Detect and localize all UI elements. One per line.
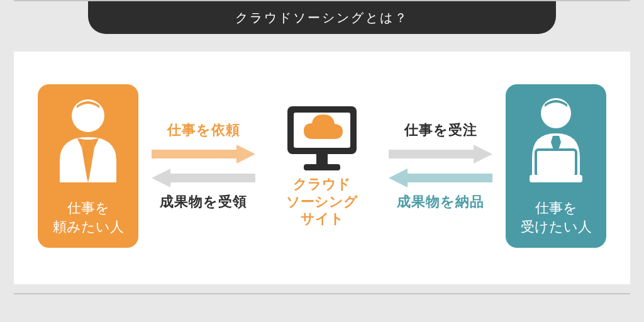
worker-box: 仕事を 受けたい人 bbox=[506, 84, 606, 248]
worker-label-line1: 仕事を bbox=[535, 200, 577, 216]
flow-receive-label: 成果物を受領 bbox=[160, 192, 247, 211]
flow-request-label: 仕事を依頼 bbox=[167, 121, 240, 140]
platform-block: クラウド ソーシング サイト bbox=[269, 104, 375, 228]
client-label-line1: 仕事を bbox=[67, 200, 109, 216]
worker-label-line2: 受けたい人 bbox=[521, 219, 592, 235]
worker-label: 仕事を 受けたい人 bbox=[521, 199, 592, 236]
platform-label: クラウド ソーシング サイト bbox=[286, 175, 358, 228]
svg-rect-6 bbox=[536, 150, 576, 176]
monitor-cloud-icon bbox=[285, 104, 359, 172]
client-box: 仕事を 頼みたい人 bbox=[38, 84, 138, 248]
svg-rect-4 bbox=[304, 164, 340, 170]
platform-label-line3: サイト bbox=[301, 211, 344, 226]
client-label: 仕事を 頼みたい人 bbox=[53, 199, 124, 236]
platform-label-line2: ソーシング bbox=[286, 194, 358, 209]
svg-rect-3 bbox=[316, 154, 328, 164]
flow-deliver-label: 成果物を納品 bbox=[397, 192, 484, 211]
title-bar: クラウドソーシングとは？ bbox=[88, 1, 556, 34]
diagram-row: 仕事を 頼みたい人 仕事を依頼 成果物を受領 bbox=[14, 52, 630, 284]
page-title: クラウドソーシングとは？ bbox=[235, 11, 409, 25]
platform-label-line1: クラウド bbox=[293, 176, 351, 192]
svg-point-0 bbox=[72, 99, 104, 132]
arrow-left-icon bbox=[389, 169, 492, 187]
left-flows: 仕事を依頼 成果物を受領 bbox=[147, 121, 260, 211]
person-suit-icon bbox=[50, 94, 126, 182]
diagram-panel: 仕事を 頼みたい人 仕事を依頼 成果物を受領 bbox=[14, 52, 630, 284]
person-laptop-icon bbox=[518, 94, 594, 182]
arrow-right-icon bbox=[389, 145, 492, 164]
flow-accept-label: 仕事を受注 bbox=[404, 121, 477, 140]
bottom-divider bbox=[14, 293, 630, 294]
svg-rect-7 bbox=[530, 175, 582, 182]
right-flows: 仕事を受注 成果物を納品 bbox=[384, 121, 497, 211]
arrow-left-icon bbox=[152, 169, 255, 187]
client-label-line2: 頼みたい人 bbox=[53, 219, 124, 235]
arrow-right-icon bbox=[152, 145, 255, 164]
svg-point-5 bbox=[541, 98, 571, 128]
